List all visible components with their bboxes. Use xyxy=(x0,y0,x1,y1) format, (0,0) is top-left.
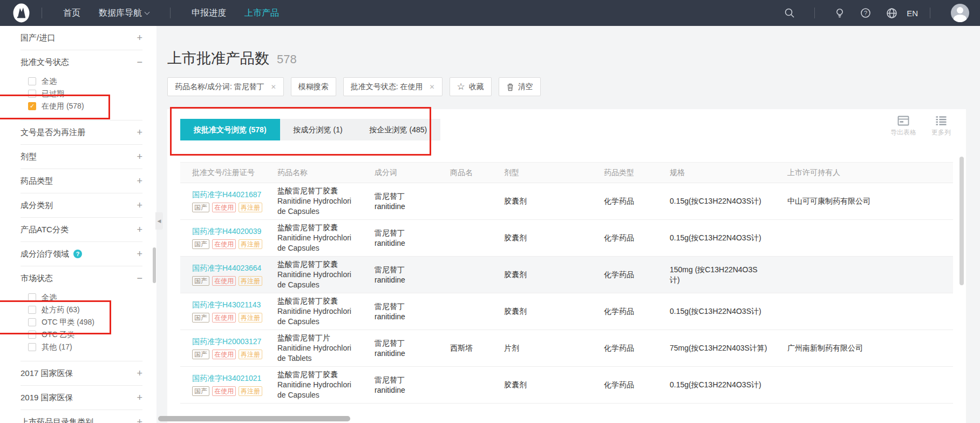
filter-option[interactable]: ✓ 在使用 (578) xyxy=(21,100,142,112)
filter-option-label: 在使用 (578) xyxy=(42,102,84,111)
nav-item-marketed-label: 上市产品 xyxy=(244,8,279,19)
sidebar-section-label: 国产/进口 xyxy=(21,33,55,43)
expand-toggle-icon[interactable]: + xyxy=(137,152,142,162)
filter-option[interactable]: 全选 xyxy=(21,75,142,88)
filter-chips-row: 药品名称/成分词: 雷尼替丁 ✕ 模糊搜索 批准文号状态: 在使用 ✕ ☆ 收藏… xyxy=(167,77,980,96)
sidebar-section-label: 成分治疗领域 xyxy=(21,249,69,259)
sidebar-section-title-row[interactable]: 批准文号状态 − xyxy=(21,50,142,74)
sidebar-section-title-row[interactable]: 产品ATC分类 + xyxy=(21,218,142,241)
ingredient-en: ranitidine xyxy=(375,385,445,395)
sidebar-scrollbar-thumb[interactable] xyxy=(153,247,156,283)
expand-toggle-icon[interactable]: + xyxy=(137,393,142,402)
table-row[interactable]: 国药准字H34021021 国产在使用再注册 盐酸雷尼替丁胶囊 Ranitidi… xyxy=(180,367,953,404)
filter-option[interactable]: 已过期 xyxy=(21,88,142,100)
nav-divider xyxy=(930,8,930,18)
expand-toggle-icon[interactable]: − xyxy=(137,57,142,67)
filter-option-label: OTC 乙类 xyxy=(42,330,74,340)
filter-option[interactable]: 全选 xyxy=(21,291,142,304)
expand-toggle-icon[interactable]: + xyxy=(137,249,142,259)
ingredient-en: ranitidine xyxy=(375,312,445,322)
sidebar-section-title-row[interactable]: 文号是否为再注册 + xyxy=(21,120,142,144)
chip-label: 清空 xyxy=(518,82,533,92)
expand-toggle-icon[interactable]: + xyxy=(137,127,142,137)
sidebar-section-title-row[interactable]: 2017 国家医保 + xyxy=(21,361,142,385)
chip-fuzzy-search[interactable]: 模糊搜索 xyxy=(291,77,336,96)
nav-item-home[interactable]: 首页 xyxy=(63,8,80,19)
horizontal-scrollbar-thumb[interactable] xyxy=(158,416,350,421)
checkbox[interactable] xyxy=(28,306,36,314)
sidebar-section-title-row[interactable]: 国产/进口 + xyxy=(21,26,142,50)
checkbox[interactable] xyxy=(28,293,36,301)
expand-toggle-icon[interactable]: + xyxy=(137,225,142,234)
help-icon[interactable]: ? xyxy=(73,250,82,258)
approval-number-link[interactable]: 国药准字H20003127 xyxy=(192,337,272,347)
sidebar-section-title-row[interactable]: 市场状态 − xyxy=(21,266,142,290)
checkbox[interactable]: ✓ xyxy=(28,102,36,110)
close-icon[interactable]: ✕ xyxy=(271,83,276,91)
view-tabs: 按批准文号浏览 (578) 按成分浏览 (1) 按企业浏览 (485) xyxy=(167,109,440,140)
lightbulb-icon[interactable] xyxy=(834,7,846,19)
filter-option[interactable]: OTC 甲类 (498) xyxy=(21,316,142,328)
expand-toggle-icon[interactable]: + xyxy=(137,33,142,43)
tab-by-ingredient[interactable]: 按成分浏览 (1) xyxy=(280,119,356,140)
table-row[interactable]: 国药准字H44020039 国产在使用再注册 盐酸雷尼替丁胶囊 Ranitidi… xyxy=(180,220,953,257)
filter-option[interactable]: 其他 (17) xyxy=(21,341,142,353)
expand-toggle-icon[interactable]: + xyxy=(137,200,142,210)
nav-item-database-menu[interactable]: 数据库导航 xyxy=(99,8,149,19)
sidebar-section-title-row[interactable]: 成分类别 + xyxy=(21,193,142,217)
more-columns-button[interactable]: 更多列 xyxy=(931,116,951,137)
language-label[interactable]: EN xyxy=(907,9,918,18)
drug-name-zh: 盐酸雷尼替丁胶囊 xyxy=(277,259,369,270)
filter-option[interactable]: 处方药 (63) xyxy=(21,304,142,316)
clear-button[interactable]: 清空 xyxy=(499,77,541,96)
globe-language-icon[interactable] xyxy=(886,7,897,19)
ingredient-en: ranitidine xyxy=(375,202,445,212)
tab-by-company[interactable]: 按企业浏览 (485) xyxy=(356,119,441,140)
export-table-button[interactable]: 导出表格 xyxy=(890,116,916,137)
sidebar-section-title-row[interactable]: 2019 国家医保 + xyxy=(21,386,142,409)
approval-number-link[interactable]: 国药准字H44021687 xyxy=(192,190,272,200)
page-title: 上市批准产品数 xyxy=(167,49,269,68)
search-icon[interactable] xyxy=(784,7,795,19)
expand-toggle-icon[interactable]: − xyxy=(137,273,142,283)
nav-item-marketed-products[interactable]: 上市产品 xyxy=(244,8,279,19)
checkbox[interactable] xyxy=(28,343,36,351)
table-row[interactable]: 国药准字H44023664 国产在使用再注册 盐酸雷尼替丁胶囊 Ranitidi… xyxy=(180,257,953,293)
ingredient-en: ranitidine xyxy=(375,238,445,249)
user-avatar[interactable] xyxy=(951,4,969,22)
sidebar-section: 上市药品目录集类别 + xyxy=(21,410,142,423)
chip-drug-name-filter[interactable]: 药品名称/成分词: 雷尼替丁 ✕ xyxy=(167,77,284,96)
sidebar-section-title-row[interactable]: 剂型 + xyxy=(21,145,142,169)
table-row[interactable]: 国药准字H44021687 国产在使用再注册 盐酸雷尼替丁胶囊 Ranitidi… xyxy=(180,183,953,220)
checkbox[interactable] xyxy=(28,77,36,85)
checkbox[interactable] xyxy=(28,318,36,326)
nav-item-filing-progress[interactable]: 申报进度 xyxy=(192,8,226,19)
sidebar-section-title-row[interactable]: 药品类型 + xyxy=(21,169,142,193)
help-circle-icon[interactable]: ? xyxy=(860,7,872,19)
vertical-scrollbar-thumb[interactable] xyxy=(959,157,964,285)
approval-number-link[interactable]: 国药准字H44023664 xyxy=(192,264,272,273)
filter-option-label: 全选 xyxy=(42,293,57,303)
checkbox[interactable] xyxy=(28,90,36,98)
expand-toggle-icon[interactable]: + xyxy=(137,176,142,186)
sidebar-section-title-row[interactable]: 成分治疗领域 ? + xyxy=(21,242,142,266)
expand-toggle-icon[interactable]: + xyxy=(137,368,142,378)
close-icon[interactable]: ✕ xyxy=(430,83,435,91)
table-row[interactable]: 国药准字H43021143 国产在使用再注册 盐酸雷尼替丁胶囊 Ranitidi… xyxy=(180,293,953,330)
checkbox[interactable] xyxy=(28,331,36,339)
nav-item-database-label: 数据库导航 xyxy=(99,8,142,19)
approval-number-link[interactable]: 国药准字H43021143 xyxy=(192,300,272,310)
expand-toggle-icon[interactable]: + xyxy=(137,417,142,423)
chip-approval-status-filter[interactable]: 批准文号状态: 在使用 ✕ xyxy=(343,77,443,96)
filter-option[interactable]: OTC 乙类 xyxy=(21,328,142,341)
logo[interactable] xyxy=(13,3,30,23)
approval-number-link[interactable]: 国药准字H44020039 xyxy=(192,227,272,237)
filter-option-label: 处方药 (63) xyxy=(42,305,80,315)
approval-number-link[interactable]: 国药准字H34021021 xyxy=(192,374,272,384)
tab-by-approval-number[interactable]: 按批准文号浏览 (578) xyxy=(180,119,280,140)
trash-icon xyxy=(506,83,514,91)
sidebar-collapse-handle[interactable]: ◀ xyxy=(155,212,163,230)
sidebar-section-title-row[interactable]: 上市药品目录集类别 + xyxy=(21,410,142,423)
favorite-button[interactable]: ☆ 收藏 xyxy=(450,77,492,96)
table-row[interactable]: 国药准字H20003127 国产在使用再注册 盐酸雷尼替丁片 Ranitidin… xyxy=(180,330,953,367)
